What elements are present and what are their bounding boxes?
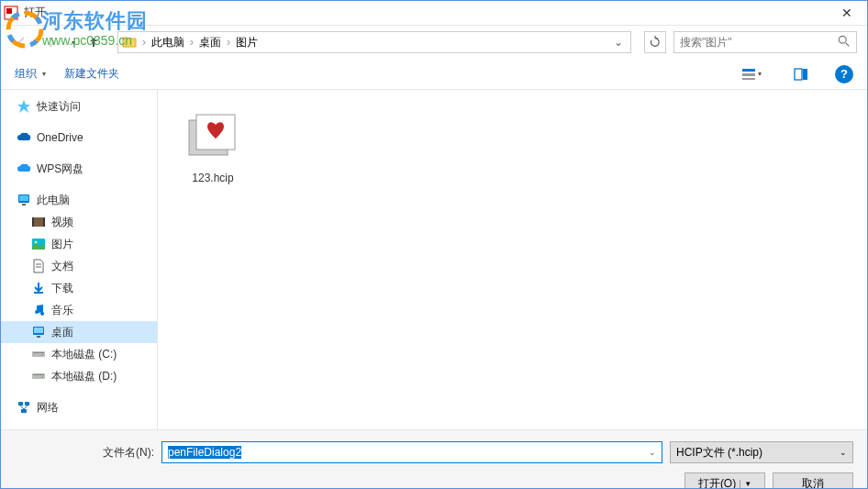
- breadcrumb-dropdown[interactable]: ⌄: [610, 36, 627, 49]
- sidebar: 快速访问 OneDrive WPS网盘 此电脑 视频 图片 文档: [0, 90, 158, 429]
- svg-rect-22: [34, 328, 43, 333]
- svg-line-33: [20, 406, 24, 409]
- desktop-icon: [31, 325, 46, 339]
- drive-icon: [31, 347, 46, 361]
- chevron-right-icon: ›: [140, 36, 148, 49]
- sidebar-this-pc[interactable]: 此电脑: [0, 189, 157, 211]
- svg-rect-16: [43, 217, 45, 227]
- document-icon: [31, 259, 46, 273]
- svg-line-5: [846, 42, 850, 46]
- sidebar-video[interactable]: 视频: [0, 211, 157, 233]
- filename-label: 文件名(N):: [15, 445, 154, 461]
- nav-row: ▾ › 此电脑 › 桌面 › 图片 ⌄: [0, 26, 868, 59]
- cloud-icon: [17, 161, 31, 176]
- main-area: 快速访问 OneDrive WPS网盘 此电脑 视频 图片 文档: [0, 90, 868, 429]
- svg-point-4: [839, 36, 846, 43]
- sidebar-onedrive[interactable]: OneDrive: [0, 127, 157, 149]
- search-input[interactable]: [680, 36, 838, 49]
- svg-rect-9: [795, 69, 802, 80]
- drive-icon: [31, 369, 46, 383]
- sidebar-music[interactable]: 音乐: [0, 299, 157, 321]
- svg-rect-23: [37, 336, 40, 338]
- sidebar-pictures[interactable]: 图片: [0, 233, 157, 255]
- new-folder-button[interactable]: 新建文件夹: [64, 66, 119, 82]
- search-box[interactable]: [673, 31, 857, 53]
- file-name-label: 123.hcip: [192, 172, 233, 184]
- bottom-panel: 文件名(N): ⌄ HCIP文件 (*.hcip) ⌄ 打开(O) ▼ 取消: [0, 429, 868, 489]
- sidebar-documents[interactable]: 文档: [0, 255, 157, 277]
- app-icon: [4, 6, 18, 20]
- cloud-icon: [17, 130, 31, 145]
- nav-history-dropdown[interactable]: ▾: [72, 39, 75, 47]
- picture-icon: [31, 237, 46, 251]
- nav-up-button[interactable]: [83, 31, 105, 53]
- music-icon: [31, 303, 46, 317]
- close-button[interactable]: ✕: [826, 0, 868, 26]
- star-icon: [17, 99, 31, 114]
- refresh-button[interactable]: [644, 31, 666, 53]
- breadcrumb[interactable]: › 此电脑 › 桌面 › 图片 ⌄: [117, 31, 631, 53]
- svg-rect-32: [21, 409, 27, 413]
- breadcrumb-item[interactable]: 桌面: [195, 35, 225, 50]
- svg-rect-14: [32, 217, 45, 227]
- chevron-down-icon: ▾: [758, 70, 762, 78]
- organize-menu[interactable]: 组织 ▾: [15, 66, 46, 82]
- nav-back-button[interactable]: [11, 31, 33, 53]
- svg-rect-1: [6, 8, 12, 14]
- search-icon[interactable]: [838, 35, 851, 50]
- svg-rect-7: [742, 73, 755, 76]
- sidebar-downloads[interactable]: 下载: [0, 277, 157, 299]
- window-title: 打开: [24, 5, 46, 20]
- sidebar-wps[interactable]: WPS网盘: [0, 158, 157, 180]
- filetype-select[interactable]: HCIP文件 (*.hcip) ⌄: [670, 441, 853, 463]
- cancel-button[interactable]: 取消: [773, 472, 853, 489]
- breadcrumb-item[interactable]: 图片: [232, 35, 262, 50]
- svg-rect-27: [32, 373, 45, 379]
- svg-rect-31: [25, 402, 29, 406]
- chevron-down-icon: ▾: [42, 70, 46, 78]
- chevron-right-icon: ›: [225, 36, 232, 49]
- sidebar-network[interactable]: 网络: [0, 396, 157, 418]
- chevron-right-icon: ›: [188, 36, 195, 49]
- svg-line-34: [24, 406, 28, 409]
- preview-pane-button[interactable]: [785, 64, 817, 84]
- sidebar-disk-d[interactable]: 本地磁盘 (D:): [0, 365, 157, 387]
- svg-rect-30: [18, 402, 23, 406]
- svg-rect-25: [33, 352, 44, 353]
- chevron-down-icon: ▼: [740, 480, 751, 488]
- breadcrumb-item[interactable]: 此电脑: [148, 35, 188, 50]
- filename-dropdown[interactable]: ⌄: [643, 442, 662, 462]
- svg-rect-15: [32, 217, 34, 227]
- filename-input[interactable]: [161, 441, 662, 463]
- svg-rect-10: [803, 69, 807, 80]
- svg-rect-24: [32, 351, 45, 357]
- monitor-icon: [17, 193, 31, 207]
- download-icon: [31, 281, 46, 295]
- svg-point-26: [41, 354, 43, 356]
- open-button[interactable]: 打开(O) ▼: [684, 472, 765, 489]
- video-icon: [31, 215, 46, 229]
- svg-rect-28: [33, 374, 44, 375]
- folder-icon: [122, 35, 137, 50]
- file-thumbnail-icon: [180, 109, 246, 166]
- titlebar: 打开 ✕: [0, 0, 868, 26]
- view-mode-button[interactable]: ▾: [736, 64, 767, 84]
- toolbar: 组织 ▾ 新建文件夹 ▾ ?: [0, 59, 868, 90]
- help-button[interactable]: ?: [835, 65, 853, 83]
- svg-rect-6: [742, 69, 755, 72]
- chevron-down-icon: ⌄: [840, 448, 847, 457]
- nav-forward-button[interactable]: [40, 31, 62, 53]
- svg-rect-12: [19, 195, 28, 201]
- sidebar-desktop[interactable]: 桌面: [0, 321, 157, 343]
- network-icon: [17, 400, 31, 415]
- sidebar-disk-c[interactable]: 本地磁盘 (C:): [0, 343, 157, 365]
- svg-rect-13: [22, 204, 26, 206]
- svg-point-29: [41, 376, 43, 378]
- sidebar-quick-access[interactable]: 快速访问: [0, 95, 157, 117]
- svg-rect-8: [742, 78, 755, 80]
- file-item[interactable]: 123.hcip: [171, 103, 255, 191]
- file-content-area[interactable]: 123.hcip: [158, 90, 868, 429]
